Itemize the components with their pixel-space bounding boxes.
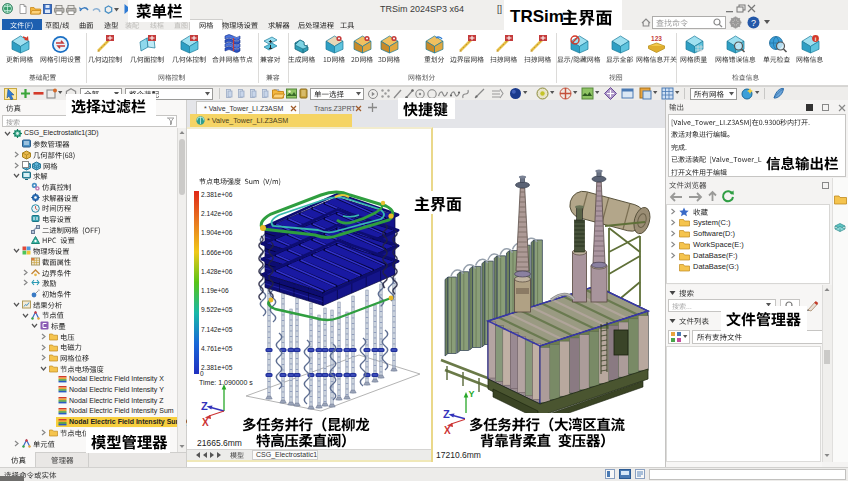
svg-text:?: ? [751,18,756,28]
svg-text:123: 123 [651,35,662,42]
svg-text:Y: Y [469,389,475,399]
svg-text:X: X [444,425,451,436]
svg-text:X: X [202,417,209,428]
svg-text:Z: Z [443,408,450,420]
svg-text:Z: Z [201,400,208,412]
